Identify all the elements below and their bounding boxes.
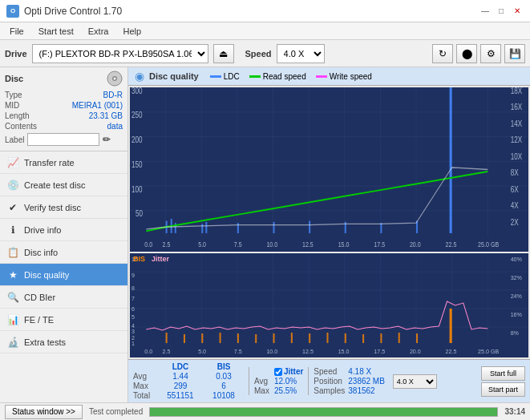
chart-header: ◉ Disc quality LDC Read speed Write spee… — [128, 67, 530, 86]
sidebar-item-disc-quality[interactable]: ★ Disc quality — [0, 264, 127, 286]
disc-mid-value: MEIRA1 (001) — [72, 101, 123, 110]
legend-write-speed: Write speed — [316, 72, 372, 81]
disc-section: Disc Type BD-R MID MEIRA1 (001) Length 2… — [0, 67, 127, 151]
svg-rect-88 — [184, 334, 185, 343]
drive-select[interactable]: (F:) PLEXTOR BD-R PX-LB950SA 1.06 — [32, 44, 208, 63]
svg-text:5.0: 5.0 — [198, 349, 206, 354]
svg-rect-94 — [291, 333, 293, 343]
svg-text:18X: 18X — [511, 87, 522, 95]
disc-type-value: BD-R — [103, 91, 123, 99]
extra-tests-icon: 🔬 — [6, 336, 19, 349]
save-button[interactable]: 💾 — [504, 44, 525, 63]
title-bar: O Opti Drive Control 1.70 — □ ✕ — [0, 0, 530, 22]
close-button[interactable]: ✕ — [511, 5, 524, 18]
svg-text:8: 8 — [131, 285, 135, 291]
svg-text:16%: 16% — [511, 312, 523, 317]
jitter-header-row: Jitter — [274, 367, 303, 376]
bis-max-val: 6 — [204, 382, 244, 390]
svg-rect-97 — [345, 333, 346, 343]
menu-help[interactable]: Help — [116, 25, 148, 38]
speed-dropdown[interactable]: 4.0 X — [393, 374, 437, 389]
svg-text:0.0: 0.0 — [144, 349, 152, 354]
ldc-total-val: 551151 — [160, 391, 200, 400]
sidebar-item-cd-bier[interactable]: 🔍 CD BIer — [0, 286, 127, 309]
svg-text:4X: 4X — [511, 201, 519, 210]
read-speed-legend-label: Read speed — [263, 72, 306, 81]
sidebar-item-label: Disc quality — [24, 270, 69, 280]
svg-rect-102 — [450, 309, 452, 343]
menu-start-test[interactable]: Start test — [32, 25, 80, 38]
svg-text:22.5: 22.5 — [446, 349, 457, 354]
eject-button[interactable]: ⏏ — [213, 44, 234, 63]
svg-text:17.5: 17.5 — [374, 349, 385, 354]
sidebar-item-disc-info[interactable]: 📋 Disc info — [0, 241, 127, 264]
bis-total-val: 10108 — [204, 391, 244, 400]
status-bar: Status window >> Test completed 33:14 — [0, 402, 530, 420]
label-edit-icon[interactable]: ✏ — [103, 134, 111, 145]
sidebar-item-verify-test-disc[interactable]: ✔ Verify test disc — [0, 196, 127, 219]
chart-title: Disc quality — [149, 71, 199, 81]
svg-text:150: 150 — [131, 160, 143, 169]
status-window-button[interactable]: Status window >> — [5, 405, 83, 419]
svg-text:4: 4 — [131, 323, 135, 329]
svg-text:9: 9 — [131, 273, 135, 278]
svg-text:200: 200 — [131, 135, 143, 144]
speed-stat-val: 4.18 X — [348, 367, 385, 376]
main-content: Disc Type BD-R MID MEIRA1 (001) Length 2… — [0, 67, 530, 402]
start-full-button[interactable]: Start full — [481, 366, 525, 381]
stats-bar: LDC BIS Avg 1.44 0.03 Max 299 6 Total 55… — [128, 359, 530, 402]
jitter-col-header: Jitter — [284, 367, 303, 376]
maximize-button[interactable]: □ — [495, 5, 508, 18]
total-row-label: Total — [133, 391, 157, 400]
disc-contents-key: Contents — [5, 122, 37, 131]
settings-button[interactable]: ⚙ — [480, 44, 501, 63]
minimize-button[interactable]: — — [479, 5, 492, 18]
ldc-max-val: 299 — [160, 382, 200, 390]
refresh-button[interactable]: ↻ — [432, 44, 453, 63]
disc-label-input[interactable] — [27, 133, 99, 146]
stats-grid: LDC BIS Avg 1.44 0.03 Max 299 6 Total 55… — [133, 362, 244, 400]
svg-rect-89 — [201, 333, 203, 343]
svg-text:0.0: 0.0 — [144, 240, 152, 248]
svg-text:15.0: 15.0 — [338, 240, 350, 248]
sidebar-item-fe-te[interactable]: 📊 FE / TE — [0, 309, 127, 331]
speed-select[interactable]: 4.0 X — [277, 44, 325, 63]
jitter-max-label: Max — [254, 386, 269, 395]
svg-text:300: 300 — [131, 87, 143, 95]
start-part-button[interactable]: Start part — [481, 382, 525, 397]
svg-rect-45 — [450, 87, 452, 233]
menu-extra[interactable]: Extra — [82, 25, 115, 38]
svg-text:12.5: 12.5 — [302, 240, 314, 248]
disc-erase-button[interactable]: ⬤ — [456, 44, 477, 63]
svg-rect-98 — [362, 334, 364, 343]
ldc-legend-color — [210, 75, 221, 78]
drive-info-icon: ℹ — [6, 224, 19, 236]
sidebar-item-create-test-disc[interactable]: 💿 Create test disc — [0, 174, 127, 196]
samples-label: Samples — [314, 386, 345, 395]
svg-rect-38 — [205, 222, 207, 233]
sidebar-item-drive-info[interactable]: ℹ Drive info — [0, 219, 127, 241]
jitter-section: Jitter Avg 12.0% Max 25.5% — [249, 367, 303, 395]
sidebar-item-extra-tests[interactable]: 🔬 Extra tests — [0, 331, 127, 353]
svg-rect-57 — [130, 253, 528, 357]
disc-type-key: Type — [5, 91, 22, 99]
disc-length-value: 23.31 GB — [89, 111, 123, 120]
svg-text:6X: 6X — [511, 185, 519, 194]
jitter-label: Jitter — [152, 255, 169, 263]
menu-file[interactable]: File — [3, 25, 30, 38]
sidebar-item-transfer-rate[interactable]: 📈 Transfer rate — [0, 151, 127, 174]
jitter-checkbox[interactable] — [274, 368, 282, 376]
svg-text:100: 100 — [131, 185, 143, 194]
legend-read-speed: Read speed — [249, 72, 306, 81]
bottom-chart-legend: BIS Jitter — [133, 255, 169, 263]
svg-text:32%: 32% — [511, 275, 523, 281]
svg-text:5.0: 5.0 — [198, 240, 206, 248]
svg-text:3: 3 — [131, 329, 135, 334]
create-test-disc-icon: 💿 — [6, 179, 19, 192]
action-buttons: Start full Start part — [481, 366, 525, 397]
disc-info-icon: 📋 — [6, 246, 19, 259]
svg-rect-93 — [273, 333, 275, 343]
svg-rect-92 — [255, 334, 257, 343]
svg-rect-40 — [273, 222, 275, 233]
svg-text:7.5: 7.5 — [234, 240, 242, 248]
